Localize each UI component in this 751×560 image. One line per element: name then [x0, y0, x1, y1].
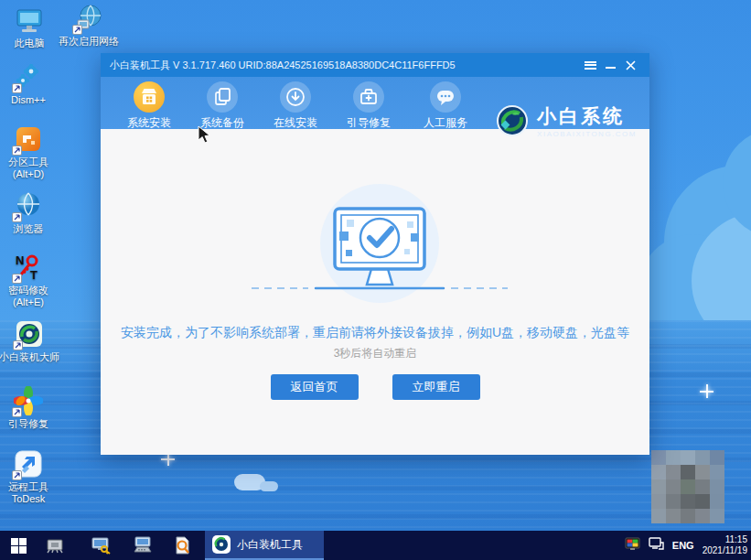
desktop-icon-browser[interactable]: 浏览器 [0, 191, 57, 235]
desktop-icon-sublabel: (Alt+D) [13, 168, 45, 180]
display-color-icon[interactable] [625, 537, 640, 555]
install-box-icon [134, 81, 165, 113]
desktop-icon-label: 引导修复 [8, 418, 48, 430]
completion-message: 安装完成，为了不影响系统部署，重启前请将外接设备拔掉，例如U盘，移动硬盘，光盘等 [101, 325, 649, 341]
shortcut-arrow-icon [72, 25, 82, 35]
desktop-icon-label: 密码修改 [8, 285, 48, 296]
desktop-icon-sublabel: (Alt+E) [13, 296, 44, 308]
nav-system-backup[interactable]: 系统备份 [188, 81, 257, 131]
desktop-icon-xiaobai-master[interactable]: 小白装机大师 [0, 319, 61, 363]
desktop-icon-label: 分区工具 [8, 156, 48, 168]
sea-sparkle [700, 384, 713, 398]
todesk-icon [14, 449, 43, 479]
desktop-icon-label: 此电脑 [15, 38, 45, 49]
desktop-icon-label: 浏览器 [14, 223, 44, 235]
restart-countdown: 3秒后将自动重启 [101, 346, 649, 361]
monitor-check-icon [252, 181, 508, 328]
close-icon[interactable] [620, 57, 640, 73]
minimize-icon[interactable] [600, 57, 620, 73]
taskbar-clock[interactable]: 11:15 2021/11/19 [703, 534, 747, 557]
desktop-icon-label: 远程工具 [8, 481, 48, 493]
shortcut-arrow-icon [13, 340, 23, 350]
network-status-icon[interactable] [649, 537, 664, 554]
pc-keyboard-icon [132, 536, 154, 555]
nav-boot-repair[interactable]: 引导修复 [334, 81, 403, 131]
svg-text:T: T [30, 268, 38, 282]
chat-bubble-icon [430, 81, 461, 113]
brand-logo: 小白系统 XIAOBAIXITONG.COM [495, 103, 637, 138]
pinwheel-icon [14, 386, 43, 415]
xiaobai-master-icon [15, 319, 44, 349]
desktop-icon-dism[interactable]: Dism++ [0, 62, 57, 106]
nav-label: 在线安装 [274, 115, 317, 131]
nav-label: 人工服务 [424, 115, 467, 131]
taskbar-app-label: 小白装机工具 [237, 537, 303, 553]
nav-label: 引导修复 [347, 115, 391, 131]
network-globe-icon [74, 4, 103, 33]
brand-domain: XIAOBAIXITONG.COM [537, 130, 637, 138]
taskbar-keyboard-tool[interactable] [130, 531, 156, 560]
taskbar-cpu-tool[interactable] [42, 531, 68, 560]
chip-icon [45, 537, 65, 554]
menu-icon[interactable] [580, 57, 600, 73]
small-cloud [260, 481, 278, 491]
desktop-icon-password-reset[interactable]: NT 密码修改 (Alt+E) [0, 253, 57, 308]
windows-logo-icon [11, 538, 27, 554]
nav-online-install[interactable]: 在线安装 [261, 81, 330, 131]
pc-key-icon [91, 536, 111, 555]
nav-human-service[interactable]: 人工服务 [411, 81, 480, 131]
nav-system-install[interactable]: 系统安装 [114, 81, 184, 131]
desktop-icon-partition-tool[interactable]: 分区工具 (Alt+D) [0, 124, 57, 180]
shortcut-arrow-icon [12, 470, 22, 480]
shortcut-arrow-icon [12, 212, 22, 222]
taskbar-password-tool[interactable] [88, 531, 113, 560]
system-tray: ENG 11:15 2021/11/19 [625, 531, 747, 560]
app-window: 小白装机工具 V 3.1.717.460 URID:88A24525169518… [101, 53, 649, 455]
desktop-icon-todesk[interactable]: 远程工具 ToDesk [0, 449, 57, 505]
shortcut-arrow-icon [12, 83, 22, 93]
taskbar: 小白装机工具 ENG 11:15 2021/11/19 [0, 531, 751, 560]
clock-time: 11:15 [703, 534, 747, 546]
taskbar-active-app[interactable]: 小白装机工具 [205, 531, 324, 560]
desktop-icon-sublabel: ToDesk [12, 493, 46, 505]
clock-date: 2021/11/19 [703, 545, 747, 557]
backup-copy-icon [207, 81, 238, 113]
desktop-icon-label: 再次启用网络 [59, 36, 119, 48]
desktop-icon-boot-repair[interactable]: 引导修复 [0, 386, 57, 430]
browser-globe-icon [14, 191, 43, 221]
desktop-icon-label: 小白装机大师 [0, 351, 59, 363]
window-header: 系统安装 系统备份 在线安装 引导修复 人工服务 [101, 77, 649, 129]
toolbox-icon [353, 81, 384, 113]
shortcut-arrow-icon [12, 274, 22, 284]
shortcut-arrow-icon [12, 407, 22, 417]
desktop-icon-label: Dism++ [11, 94, 46, 106]
shortcut-arrow-icon [12, 145, 22, 156]
restart-button[interactable]: 立即重启 [392, 374, 480, 400]
nt-password-key-icon: NT [14, 253, 43, 282]
language-indicator[interactable]: ENG [672, 540, 694, 551]
disk-partition-icon [14, 124, 43, 154]
desktop-icon-re-enable-network[interactable]: 再次启用网络 [55, 4, 123, 48]
desktop-icon-this-pc[interactable]: 此电脑 [4, 5, 55, 49]
brand-name: 小白系统 [537, 103, 637, 129]
success-illustration [252, 181, 508, 328]
window-title: 小白装机工具 V 3.1.717.460 URID:88A24525169518… [110, 59, 580, 72]
gears-icon [14, 62, 43, 92]
search-file-icon [174, 536, 190, 555]
pixelated-mosaic [651, 450, 724, 523]
svg-text:N: N [16, 253, 24, 267]
nav-label: 系统安装 [127, 115, 171, 131]
start-button[interactable] [0, 531, 37, 560]
xiaobai-logo-icon [495, 103, 530, 138]
mouse-cursor [198, 125, 212, 149]
window-titlebar[interactable]: 小白装机工具 V 3.1.717.460 URID:88A24525169518… [101, 53, 649, 77]
taskbar-search-tool[interactable] [170, 531, 194, 560]
download-icon [280, 81, 311, 113]
home-button[interactable]: 返回首页 [271, 374, 359, 400]
this-pc-icon [15, 5, 44, 35]
xiaobai-app-icon [212, 535, 231, 554]
